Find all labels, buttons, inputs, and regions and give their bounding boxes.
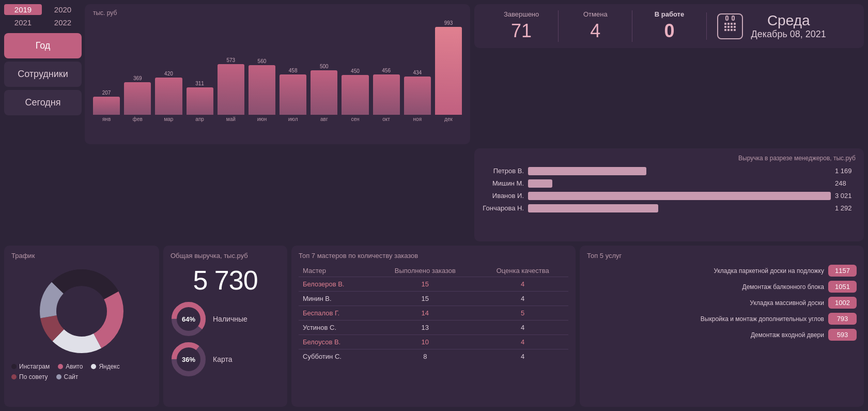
completed-label: Завершено	[485, 10, 558, 18]
bar-col-июл: 458июл	[280, 68, 306, 122]
cash-row: 64% Наличные	[171, 301, 280, 337]
table-row: Устинов С. 13 4	[299, 321, 568, 335]
manager-name: Иванов И.	[483, 192, 524, 200]
bar-value: 369	[133, 75, 142, 81]
masters-title: Топ 7 мастеров по количеству заказов	[299, 252, 568, 260]
manager-row: Петров В. 1 169	[483, 167, 856, 175]
master-name: Белозеров В.	[299, 277, 373, 292]
service-row: Укладка паркетной доски на подложку 1157	[587, 265, 857, 277]
completed-value: 71	[485, 20, 558, 42]
table-row: Беспалов Г. 14 5	[299, 306, 568, 321]
stats-panel: Завершено 71 Отмена 4 В работе 0	[474, 4, 864, 48]
calendar-stat: Среда Декабрь 08, 2021	[706, 12, 854, 40]
service-row: Демонтаж входной двери 593	[587, 329, 857, 341]
cash-label: Наличные	[213, 315, 247, 323]
bar-col-янв: 207янв	[93, 90, 120, 122]
bar-month-label: июн	[257, 116, 267, 122]
revenue-panel: Общая выручка, тыс.руб 5 730 64% Наличны…	[163, 246, 287, 407]
employees-nav-btn[interactable]: Сотрудники	[4, 62, 82, 87]
year-selector: 2019 2020 2021 2022	[4, 4, 82, 28]
manager-row: Мишин М. 248	[483, 179, 856, 188]
bar-rect	[124, 82, 151, 115]
service-name: Демонтаж входной двери	[587, 331, 824, 339]
bar-chart: 207янв369фев420мар311апр573май560июн458и…	[93, 19, 462, 122]
col-master: Мастер	[299, 265, 373, 277]
bar-rect	[187, 87, 213, 115]
bar-col-дек: 993дек	[435, 20, 462, 122]
cancelled-value: 4	[559, 20, 632, 42]
inwork-value: 0	[632, 20, 706, 42]
bar-rect	[280, 74, 306, 115]
bar-month-label: июл	[288, 116, 298, 122]
service-name: Демонтаж балконного блока	[587, 283, 824, 291]
manager-bar	[528, 179, 552, 188]
calendar-icon	[717, 13, 743, 39]
year-nav-btn[interactable]: Год	[4, 33, 82, 58]
bar-value: 207	[102, 90, 111, 96]
master-quality: 5	[477, 306, 568, 321]
bar-month-label: янв	[102, 116, 111, 122]
legend-yandex: Яндекс	[91, 363, 119, 370]
manager-bar-wrap	[528, 179, 831, 188]
bar-value: 456	[382, 68, 391, 73]
service-row: Укладка массивной доски 1002	[587, 297, 857, 309]
master-done: 13	[373, 321, 477, 335]
year-2021-btn[interactable]: 2021	[4, 17, 42, 28]
manager-row: Гончарова Н. 1 292	[483, 204, 856, 212]
master-quality: 4	[477, 335, 568, 349]
cancelled-label: Отмена	[559, 10, 632, 18]
bar-rect	[155, 78, 182, 115]
manager-title: Выручка в разрезе менеджеров, тыс.руб	[483, 155, 856, 162]
year-2020-btn[interactable]: 2020	[44, 4, 82, 15]
bar-value: 573	[226, 57, 235, 63]
service-value: 1002	[828, 297, 857, 309]
year-2019-btn[interactable]: 2019	[4, 4, 42, 15]
bar-value: 500	[320, 64, 329, 69]
today-nav-btn[interactable]: Сегодня	[4, 90, 82, 115]
master-done: 8	[373, 349, 477, 364]
master-done: 15	[373, 277, 477, 292]
completed-stat: Завершено 71	[485, 10, 558, 42]
manager-bar	[528, 204, 658, 212]
manager-row: Иванов И. 3 021	[483, 192, 856, 200]
service-name: Укладка массивной доски	[587, 299, 824, 307]
master-done: 10	[373, 335, 477, 349]
manager-revenue-panel: Выручка в разрезе менеджеров, тыс.руб Пе…	[474, 148, 864, 242]
bar-col-сен: 450сен	[342, 68, 368, 122]
table-row: Белозеров В. 15 4	[299, 277, 568, 292]
master-done: 14	[373, 306, 477, 321]
bar-col-авг: 500авг	[311, 64, 337, 122]
manager-value: 3 021	[835, 192, 856, 200]
bar-col-июн: 560июн	[249, 58, 275, 122]
col-done: Выполнено заказов	[373, 265, 477, 277]
year-2022-btn[interactable]: 2022	[44, 17, 82, 28]
bar-col-май: 573май	[218, 57, 244, 122]
bar-rect	[311, 70, 337, 115]
bar-col-ноя: 434ноя	[404, 70, 431, 122]
card-row: 36% Карта	[171, 341, 280, 377]
bar-month-label: мар	[164, 116, 173, 122]
legend-site: Сайт	[56, 373, 79, 380]
bar-value: 420	[164, 71, 173, 77]
bar-value: 311	[195, 81, 204, 86]
bar-month-label: ноя	[413, 116, 422, 122]
chart-y-label: тыс. руб	[93, 9, 462, 17]
master-quality: 4	[477, 277, 568, 292]
manager-bar-wrap	[528, 192, 831, 200]
calendar-text: Среда Декабрь 08, 2021	[751, 12, 826, 40]
service-value: 793	[828, 313, 857, 325]
bar-col-апр: 311апр	[187, 81, 213, 122]
bar-chart-panel: тыс. руб 207янв369фев420мар311апр573май5…	[85, 4, 470, 144]
manager-value: 1 292	[835, 204, 856, 212]
traffic-legend: Инстаграм Авито Яндекс По совету Сайт	[11, 363, 152, 380]
service-name: Укладка паркетной доски на подложку	[587, 267, 824, 275]
calendar-day: Среда	[751, 12, 826, 29]
master-done: 15	[373, 292, 477, 306]
master-name: Белоусов В.	[299, 335, 373, 349]
service-name: Выкройка и монтаж дополнительных углов	[587, 315, 824, 323]
bottom-row: Трафик Инстаграм	[4, 246, 864, 407]
master-name: Устинов С.	[299, 321, 373, 335]
card-donut: 36%	[171, 341, 207, 377]
bar-value: 993	[444, 20, 453, 26]
col-quality: Оценка качества	[477, 265, 568, 277]
